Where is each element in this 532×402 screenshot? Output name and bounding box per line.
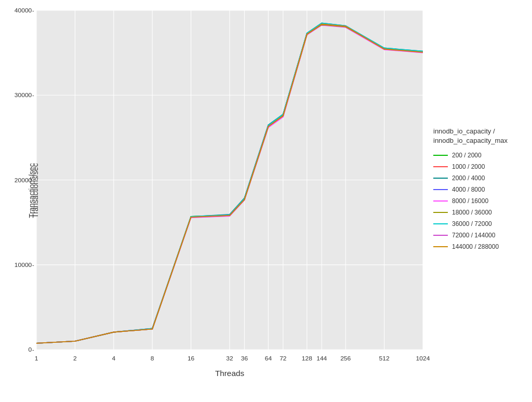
y-axis-label-div: Transactions/sec — [28, 163, 36, 218]
x-tick-64: 64 — [265, 355, 272, 361]
y-dash-0: - — [32, 347, 34, 353]
legend-label-7: 72000 / 144000 — [452, 232, 495, 239]
legend-item-6: 36000 / 72000 — [433, 220, 516, 227]
y-dash-40000: - — [32, 7, 34, 14]
legend-line-5 — [433, 212, 448, 213]
legend-line-1 — [433, 166, 448, 167]
x-tick-32: 32 — [226, 355, 233, 361]
legend-item-5: 18000 / 36000 — [433, 209, 516, 216]
y-tick-40000: 40000 — [15, 7, 32, 14]
y-tick-30000: 30000 — [15, 92, 32, 99]
x-tick-4: 4 — [112, 355, 115, 361]
legend-label-1: 1000 / 2000 — [452, 163, 485, 170]
y-tick-0: 0 — [29, 346, 32, 353]
legend-label-0: 200 / 2000 — [452, 152, 482, 159]
legend-item-3: 4000 / 8000 — [433, 186, 516, 193]
x-axis-label: Threads — [215, 370, 244, 378]
legend-line-4 — [433, 200, 448, 202]
x-tick-16: 16 — [188, 355, 194, 361]
legend-item-4: 8000 / 16000 — [433, 197, 516, 205]
chart-area: Transactions/sec — [0, 0, 532, 402]
legend-line-8 — [433, 246, 448, 247]
legend-title: innodb_io_capacity /innodb_io_capacity_m… — [433, 127, 516, 145]
legend-label-2: 2000 / 4000 — [452, 175, 485, 182]
legend-item-2: 2000 / 4000 — [433, 175, 516, 182]
legend: innodb_io_capacity /innodb_io_capacity_m… — [423, 10, 527, 371]
x-tick-512: 512 — [379, 355, 390, 361]
legend-item-1: 1000 / 2000 — [433, 163, 516, 170]
chart-container: Transactions/sec — [0, 0, 532, 402]
y-dash-30000: - — [32, 92, 34, 99]
legend-label-8: 144000 / 288000 — [452, 243, 499, 250]
legend-item-8: 144000 / 288000 — [433, 243, 516, 250]
x-tick-2: 2 — [73, 355, 77, 361]
x-tick-72: 72 — [280, 355, 286, 361]
legend-label-3: 4000 / 8000 — [452, 186, 485, 193]
x-tick-144: 144 — [316, 355, 327, 361]
x-tick-1024: 1024 — [416, 355, 430, 361]
chart-svg: 0 10000 20000 30000 40000 - - - - - 1 2 … — [36, 10, 423, 371]
legend-item-7: 72000 / 144000 — [433, 232, 516, 239]
legend-label-5: 18000 / 36000 — [452, 209, 492, 216]
x-tick-1: 1 — [35, 355, 38, 361]
legend-line-3 — [433, 189, 448, 190]
legend-line-0 — [433, 155, 448, 156]
legend-line-2 — [433, 178, 448, 179]
x-tick-8: 8 — [151, 355, 154, 361]
x-tick-128: 128 — [302, 355, 312, 361]
legend-label-6: 36000 / 72000 — [452, 220, 492, 227]
x-tick-256: 256 — [340, 355, 351, 361]
legend-line-7 — [433, 235, 448, 236]
y-tick-10000: 10000 — [15, 261, 32, 268]
legend-label-4: 8000 / 16000 — [452, 197, 488, 205]
legend-item-0: 200 / 2000 — [433, 152, 516, 159]
y-dash-10000: - — [32, 262, 34, 268]
x-tick-36: 36 — [241, 355, 248, 361]
legend-line-6 — [433, 223, 448, 224]
